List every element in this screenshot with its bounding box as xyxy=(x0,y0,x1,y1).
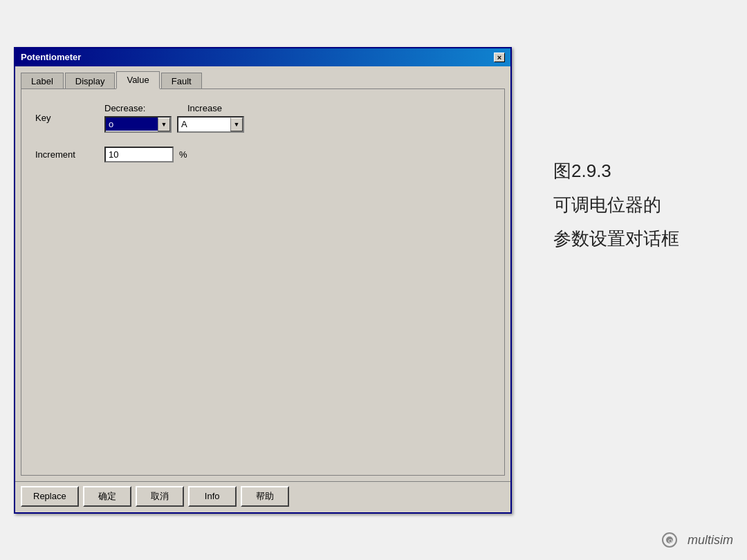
increment-row: Increment % xyxy=(35,147,490,162)
annotation-line2: 可调电位器的 xyxy=(553,192,679,218)
title-bar: Potentiometer × xyxy=(15,48,510,66)
multisim-icon: Q xyxy=(661,531,683,549)
decrease-header: Decrease: xyxy=(104,103,187,113)
help-button[interactable]: 帮助 xyxy=(241,486,289,507)
col-headers: Decrease: Increase xyxy=(104,103,270,113)
cancel-button[interactable]: 取消 xyxy=(136,486,184,507)
decrease-input[interactable] xyxy=(106,118,158,131)
close-button[interactable]: × xyxy=(494,53,505,62)
increase-select-wrapper[interactable]: ▼ xyxy=(177,116,244,133)
svg-text:Q: Q xyxy=(668,538,672,544)
annotation-line3: 参数设置对话框 xyxy=(553,225,679,252)
multisim-label: multisim xyxy=(688,533,733,548)
annotation: 图2.9.3 可调电位器的 参数设置对话框 xyxy=(540,47,679,252)
confirm-button[interactable]: 确定 xyxy=(83,486,131,507)
key-label: Key xyxy=(35,113,91,123)
info-button[interactable]: Info xyxy=(188,486,237,507)
percent-label: % xyxy=(179,149,187,160)
tabs-row: Label Display Value Fault xyxy=(15,66,510,88)
increment-input[interactable] xyxy=(104,147,174,162)
increment-controls: % xyxy=(104,147,187,162)
decrease-select-wrapper[interactable]: ▼ xyxy=(104,116,172,133)
page-container: Potentiometer × Label Display Value Faul… xyxy=(14,47,733,514)
tab-value[interactable]: Value xyxy=(116,71,159,89)
tab-content: Key Decrease: Increase ▼ xyxy=(21,88,505,476)
multisim-logo: Q multisim xyxy=(661,531,733,549)
increase-dropdown-btn[interactable]: ▼ xyxy=(230,118,243,131)
dialog-title: Potentiometer xyxy=(21,52,81,62)
form-grid: Key Decrease: Increase ▼ xyxy=(35,103,490,162)
increase-input[interactable] xyxy=(178,118,230,131)
key-controls: Decrease: Increase ▼ xyxy=(104,103,270,133)
increase-header: Increase xyxy=(187,103,270,113)
decrease-dropdown-btn[interactable]: ▼ xyxy=(158,118,170,131)
dialog-window: Potentiometer × Label Display Value Faul… xyxy=(14,47,512,514)
button-row: Replace 确定 取消 Info 帮助 xyxy=(15,481,510,512)
replace-button[interactable]: Replace xyxy=(21,486,79,507)
dropdowns-row: ▼ ▼ xyxy=(104,116,270,133)
increment-label: Increment xyxy=(35,149,91,160)
key-row: Key Decrease: Increase ▼ xyxy=(35,103,490,133)
annotation-line1: 图2.9.3 xyxy=(553,158,679,185)
